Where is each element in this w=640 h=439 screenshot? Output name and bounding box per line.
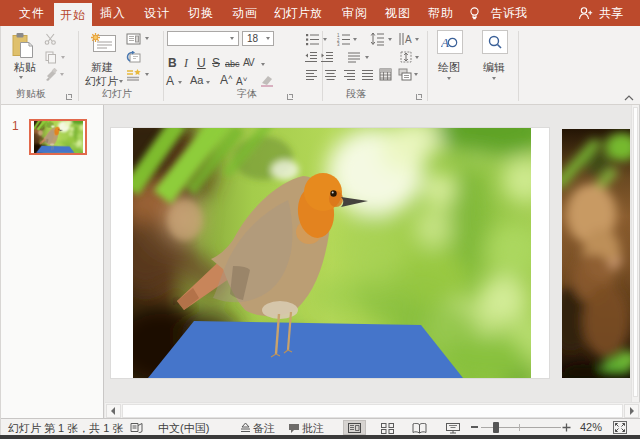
svg-text:3: 3 xyxy=(337,42,340,46)
svg-text:A: A xyxy=(405,34,412,45)
